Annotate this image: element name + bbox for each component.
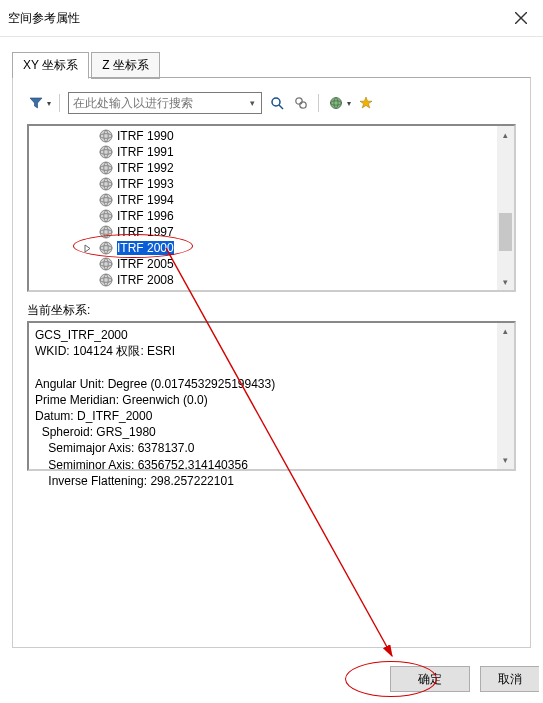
- svg-point-16: [100, 178, 112, 190]
- tree-item-selected[interactable]: ITRF 2000: [29, 240, 514, 256]
- scroll-up-button[interactable]: ▴: [497, 126, 514, 143]
- tree-item[interactable]: ITRF 1991: [29, 144, 514, 160]
- svg-point-22: [100, 226, 112, 238]
- new-crs-dropdown-caret[interactable]: ▾: [347, 99, 351, 108]
- tree-item[interactable]: ITRF 1993: [29, 176, 514, 192]
- window-title: 空间参考属性: [8, 0, 80, 36]
- tree-item-label: ITRF 1994: [117, 193, 174, 207]
- button-label: 取消: [498, 671, 522, 688]
- scroll-up-button[interactable]: ▴: [497, 323, 514, 340]
- tree-item[interactable]: ITRF 1992: [29, 160, 514, 176]
- svg-point-27: [100, 258, 112, 270]
- svg-point-20: [100, 210, 112, 222]
- tree-item-label: ITRF 1997: [117, 225, 174, 239]
- ok-button[interactable]: 确定: [390, 666, 470, 692]
- tree-item-label: ITRF 1993: [117, 177, 174, 191]
- tab-label: XY 坐标系: [23, 58, 78, 72]
- tree-item[interactable]: ITRF 2005: [29, 256, 514, 272]
- tree-item-label: ITRF 1992: [117, 161, 174, 175]
- search-button[interactable]: [268, 94, 286, 112]
- svg-point-3: [272, 98, 280, 106]
- dialog-body: XY 坐标系 Z 坐标系 ▾ ▾: [0, 37, 543, 656]
- tab-z[interactable]: Z 坐标系: [91, 52, 160, 79]
- close-button[interactable]: [498, 0, 543, 36]
- tree-item[interactable]: ITRF 1990: [29, 128, 514, 144]
- svg-point-10: [100, 130, 112, 142]
- new-crs-button[interactable]: [327, 94, 345, 112]
- globe-icon: [99, 177, 113, 191]
- filter-button[interactable]: [27, 94, 45, 112]
- details-scrollbar[interactable]: ▴ ▾: [497, 323, 514, 469]
- title-bar: 空间参考属性: [0, 0, 543, 37]
- detail-line: Spheroid: GRS_1980: [35, 425, 156, 439]
- search-icon: [270, 96, 284, 110]
- tree-item[interactable]: ITRF 2008: [29, 272, 514, 288]
- search-combo[interactable]: ▾: [68, 92, 262, 114]
- svg-marker-2: [30, 98, 42, 108]
- tree-item-label: ITRF 2000: [117, 241, 174, 255]
- globe-icon: [99, 161, 113, 175]
- tree-item-label: ITRF 2008: [117, 273, 174, 287]
- scroll-down-button[interactable]: ▾: [497, 452, 514, 469]
- search-input[interactable]: [69, 93, 243, 113]
- close-icon: [515, 12, 527, 24]
- tree-scrollbar[interactable]: ▴ ▾: [497, 126, 514, 290]
- dialog-window: 空间参考属性 XY 坐标系 Z 坐标系: [0, 0, 543, 703]
- search-toolbar: ▾ ▾: [27, 92, 516, 114]
- detail-line: WKID: 104124 权限: ESRI: [35, 344, 175, 358]
- globe-icon: [99, 193, 113, 207]
- tree-item-label: ITRF 1996: [117, 209, 174, 223]
- svg-point-12: [100, 146, 112, 158]
- tree-item-label: ITRF 1990: [117, 129, 174, 143]
- current-crs-label: 当前坐标系:: [27, 302, 516, 319]
- globe-icon: [99, 273, 113, 287]
- favorite-button[interactable]: [357, 94, 375, 112]
- svg-point-5: [296, 98, 302, 104]
- search-dropdown-caret[interactable]: ▾: [243, 93, 261, 113]
- scroll-down-button[interactable]: ▾: [497, 273, 514, 290]
- detail-line: Semiminor Axis: 6356752.314140356: [35, 458, 248, 472]
- globe-icon: [99, 145, 113, 159]
- star-icon: [359, 96, 373, 110]
- find-all-icon: [294, 96, 308, 110]
- globe-icon: [329, 96, 343, 110]
- detail-line: Semimajor Axis: 6378137.0: [35, 441, 194, 455]
- current-crs-details: GCS_ITRF_2000 WKID: 104124 权限: ESRI Angu…: [27, 321, 516, 471]
- globe-icon: [99, 129, 113, 143]
- separator: [59, 94, 60, 112]
- svg-marker-24: [85, 245, 90, 252]
- tree-item[interactable]: ITRF 1997: [29, 224, 514, 240]
- scroll-thumb[interactable]: [499, 213, 512, 251]
- svg-point-18: [100, 194, 112, 206]
- expand-icon[interactable]: [83, 244, 92, 253]
- scroll-track[interactable]: [497, 340, 514, 452]
- tree-item[interactable]: ITRF 1996: [29, 208, 514, 224]
- tab-label: Z 坐标系: [102, 58, 149, 72]
- detail-line: Prime Meridian: Greenwich (0.0): [35, 393, 208, 407]
- tree-item-label: ITRF 1991: [117, 145, 174, 159]
- tree-item-label: ITRF 2005: [117, 257, 174, 271]
- detail-line: Angular Unit: Degree (0.0174532925199433…: [35, 377, 275, 391]
- tree-item[interactable]: ITRF 1994: [29, 192, 514, 208]
- filter-dropdown-caret[interactable]: ▾: [47, 99, 51, 108]
- globe-icon: [99, 225, 113, 239]
- search-all-button[interactable]: [292, 94, 310, 112]
- tab-xy[interactable]: XY 坐标系: [12, 52, 89, 79]
- dialog-footer: 确定 取消: [0, 655, 543, 703]
- coord-sys-tree: ITRF 1990 ITRF 1991 ITRF 1992 ITRF 1993: [27, 124, 516, 292]
- detail-line: Datum: D_ITRF_2000: [35, 409, 152, 423]
- globe-icon: [99, 241, 113, 255]
- scroll-track[interactable]: [497, 143, 514, 273]
- detail-line: GCS_ITRF_2000: [35, 328, 128, 342]
- svg-point-7: [331, 98, 342, 109]
- svg-point-29: [100, 274, 112, 286]
- separator: [318, 94, 319, 112]
- globe-icon: [99, 209, 113, 223]
- filter-icon: [29, 96, 43, 110]
- button-label: 确定: [418, 671, 442, 688]
- tree-inner: ITRF 1990 ITRF 1991 ITRF 1992 ITRF 1993: [29, 126, 514, 290]
- svg-line-4: [279, 105, 283, 109]
- svg-marker-9: [360, 97, 372, 108]
- cancel-button[interactable]: 取消: [480, 666, 539, 692]
- globe-icon: [99, 257, 113, 271]
